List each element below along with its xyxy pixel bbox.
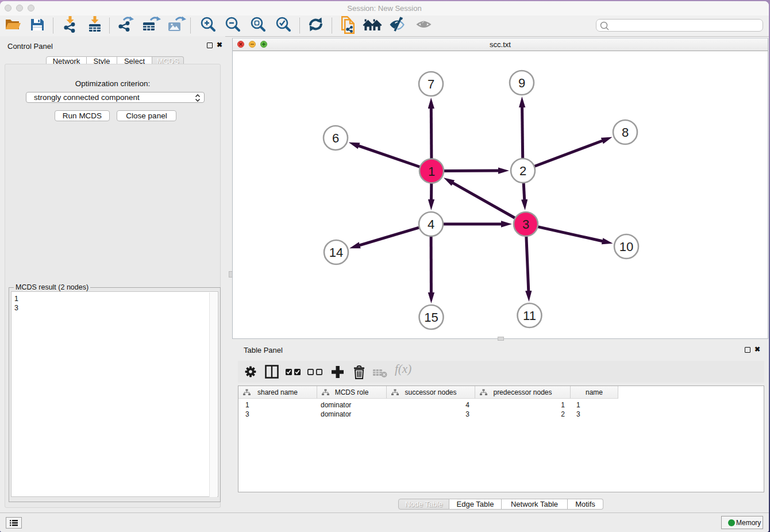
svg-text:9: 9 [518, 76, 525, 90]
svg-text:15: 15 [424, 310, 438, 325]
svg-text:10: 10 [619, 240, 633, 254]
svg-text:14: 14 [329, 245, 343, 260]
svg-text:3: 3 [522, 217, 529, 232]
svg-text:7: 7 [428, 77, 434, 91]
svg-text:1: 1 [428, 164, 435, 179]
svg-text:4: 4 [428, 217, 434, 232]
svg-text:8: 8 [622, 125, 629, 140]
svg-text:11: 11 [523, 309, 536, 323]
svg-text:2: 2 [519, 164, 526, 178]
svg-text:6: 6 [332, 131, 339, 145]
